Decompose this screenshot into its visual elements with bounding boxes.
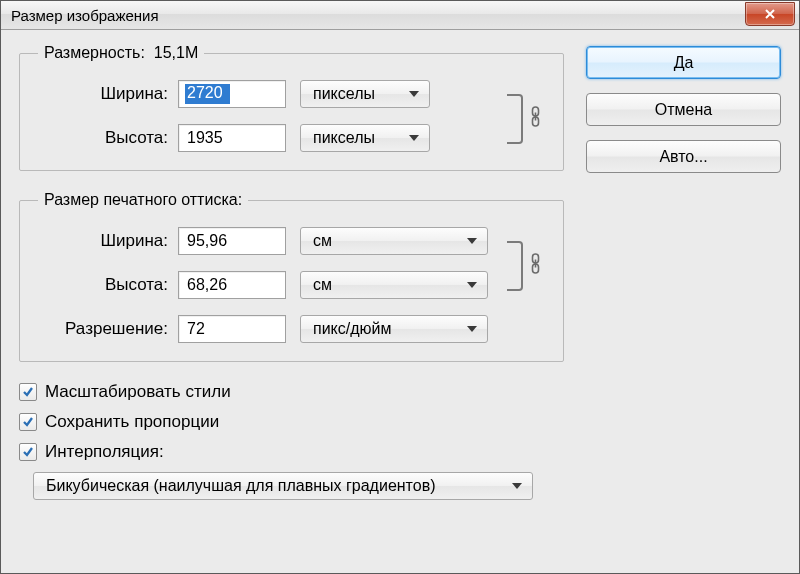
doc-height-label: Высота: [38,275,168,295]
doc-height-input[interactable] [178,271,286,299]
interpolation-method-combo[interactable]: Бикубическая (наилучшая для плавных град… [33,472,533,500]
print-size-group: Размер печатного оттиска: Ширина: см [19,191,564,362]
resolution-label: Разрешение: [38,319,168,339]
checkbox-icon [19,413,37,431]
titlebar: Размер изображения [1,1,799,30]
combo-text: см [313,276,332,294]
legend-prefix: Размерность: [44,44,145,61]
chevron-down-icon [409,135,419,141]
doc-width-unit-combo[interactable]: см [300,227,488,255]
pixel-size-value: 15,1M [154,44,198,61]
chevron-down-icon [409,91,419,97]
checkbox-icon [19,383,37,401]
constrain-proportions-checkbox[interactable]: Сохранить пропорции [19,412,564,432]
cancel-button[interactable]: Отмена [586,93,781,126]
resolution-unit-combo[interactable]: пикс/дюйм [300,315,488,343]
pixel-dimensions-legend: Размерность: 15,1M [38,44,204,62]
interpolation-label: Интерполяция: [45,442,164,462]
scale-styles-label: Масштабировать стили [45,382,231,402]
pixel-dimensions-group: Размерность: 15,1M Ширина: 2720 [19,44,564,171]
constrain-label: Сохранить пропорции [45,412,219,432]
image-size-dialog: Размер изображения Размерность: 15,1M Ши… [0,0,800,574]
px-link-column [495,80,545,152]
px-height-unit-combo[interactable]: пикселы [300,124,430,152]
main-column: Размерность: 15,1M Ширина: 2720 [19,44,564,563]
interpolation-checkbox[interactable]: Интерполяция: [19,442,564,462]
combo-text: пикс/дюйм [313,320,392,338]
combo-text: пикселы [313,85,375,103]
chevron-down-icon [467,282,477,288]
button-column: Да Отмена Авто... [586,44,781,563]
px-width-unit-combo[interactable]: пикселы [300,80,430,108]
resolution-input[interactable] [178,315,286,343]
px-height-input[interactable] [178,124,286,152]
client-area: Размерность: 15,1M Ширина: 2720 [1,30,799,573]
print-size-legend: Размер печатного оттиска: [38,191,248,209]
close-icon [764,8,776,20]
px-width-input[interactable] [178,80,286,108]
window-title: Размер изображения [11,7,745,24]
combo-text: Бикубическая (наилучшая для плавных град… [46,477,435,495]
auto-button[interactable]: Авто... [586,140,781,173]
chain-link-icon[interactable] [530,106,541,131]
doc-width-input[interactable] [178,227,286,255]
combo-text: см [313,232,332,250]
doc-width-label: Ширина: [38,231,168,251]
scale-styles-checkbox[interactable]: Масштабировать стили [19,382,564,402]
combo-text: пикселы [313,129,375,147]
doc-link-column [495,227,545,343]
px-height-label: Высота: [38,128,168,148]
doc-height-unit-combo[interactable]: см [300,271,488,299]
px-width-label: Ширина: [38,84,168,104]
chevron-down-icon [467,238,477,244]
chevron-down-icon [512,483,522,489]
close-button[interactable] [745,2,795,26]
chevron-down-icon [467,326,477,332]
chain-link-icon[interactable] [530,253,541,278]
ok-button[interactable]: Да [586,46,781,79]
checkbox-icon [19,443,37,461]
